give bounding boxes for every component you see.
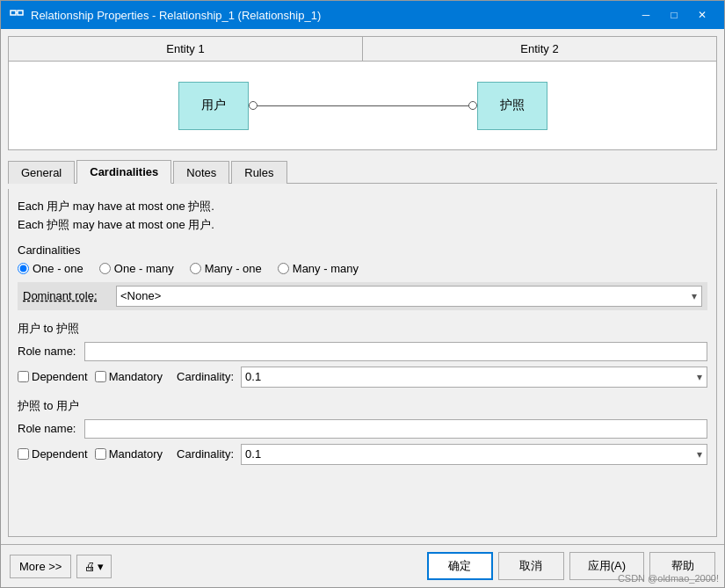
relation2-mandatory-label: Mandatory	[109, 447, 163, 461]
relation2-checkbox-row: Dependent Mandatory Cardinality: 0.1	[18, 444, 707, 465]
relation1-title: 用户 to 护照	[18, 321, 707, 337]
cancel-button[interactable]: 取消	[498, 552, 564, 580]
relation1-role-row: Role name:	[18, 342, 707, 361]
bottom-left: More >> 🖨 ▾	[10, 555, 112, 578]
relation1-dependent-label: Dependent	[32, 370, 88, 383]
cardinalities-section-label: Cardinalities	[18, 243, 707, 257]
entity2-box: 护照	[477, 82, 547, 130]
entity-diagram: 用户 护照	[9, 62, 716, 149]
watermark: CSDN @oldmao_2000!	[618, 573, 719, 584]
title-buttons: ─ □ ✕	[633, 6, 715, 24]
connector	[249, 101, 477, 110]
more-button[interactable]: More >>	[10, 555, 71, 578]
connector-line	[257, 105, 468, 106]
relation2-cardinality-select[interactable]: 0.1	[241, 444, 707, 465]
relation2-cardinality-label: Cardinality:	[177, 447, 234, 461]
dominant-role-row: Dominant role: <None>	[18, 282, 707, 310]
minimize-button[interactable]: ─	[633, 6, 659, 24]
relation1-cardinality-select-wrap[interactable]: 0.1	[241, 367, 707, 388]
tab-general[interactable]: General	[8, 161, 75, 184]
relation1-mandatory-label: Mandatory	[109, 370, 163, 383]
close-button[interactable]: ✕	[689, 6, 715, 24]
radio-many-one[interactable]: Many - one	[190, 262, 262, 275]
relation1-checkbox-row: Dependent Mandatory Cardinality: 0.1	[18, 367, 707, 388]
entity2-label: 护照	[500, 98, 525, 113]
title-bar: Relationship Properties - Relationship_1…	[1, 1, 724, 29]
relation1-section: 用户 to 护照 Role name: Dependent Mandatory …	[18, 321, 707, 388]
relation2-cardinality-select-wrap[interactable]: 0.1	[241, 444, 707, 465]
radio-one-one[interactable]: One - one	[18, 262, 83, 275]
print-button[interactable]: 🖨 ▾	[76, 555, 112, 578]
relation1-dependent-checkbox[interactable]: Dependent	[18, 370, 88, 383]
entity-header: Entity 1 Entity 2	[9, 37, 716, 62]
relation1-role-input[interactable]	[84, 342, 707, 361]
relation2-role-input[interactable]	[84, 419, 707, 439]
description-line1: Each 用户 may have at most one 护照.	[18, 198, 707, 216]
entity2-header: Entity 2	[363, 37, 716, 61]
window-title: Relationship Properties - Relationship_1…	[31, 9, 321, 22]
bottom-bar: More >> 🖨 ▾ 确定 取消 应用(A) 帮助	[1, 544, 724, 587]
entity1-box: 用户	[178, 82, 249, 130]
tab-content-cardinalities: Each 用户 may have at most one 护照. Each 护照…	[8, 189, 717, 537]
radio-one-many[interactable]: One - many	[99, 262, 174, 275]
entity1-header: Entity 1	[9, 37, 363, 61]
relation1-cardinality-select[interactable]: 0.1	[241, 367, 707, 388]
tab-cardinalities[interactable]: Cardinalities	[76, 160, 171, 184]
print-dropdown-arrow: ▾	[98, 560, 104, 573]
cardinality-radio-group: One - one One - many Many - one Many - m…	[18, 262, 707, 275]
connector-circle-left	[249, 101, 257, 110]
relation1-cardinality-label: Cardinality:	[177, 370, 234, 383]
description: Each 用户 may have at most one 护照. Each 护照…	[18, 198, 707, 235]
app-icon	[10, 8, 24, 22]
tab-rules[interactable]: Rules	[231, 161, 286, 184]
relation1-mandatory-checkbox[interactable]: Mandatory	[95, 370, 163, 383]
svg-rect-0	[11, 11, 16, 15]
dominant-role-label: Dominant role:	[23, 289, 111, 302]
relation2-title: 护照 to 用户	[18, 398, 707, 414]
radio-many-many[interactable]: Many - many	[278, 262, 359, 275]
description-line2: Each 护照 may have at most one 用户.	[18, 216, 707, 235]
title-bar-left: Relationship Properties - Relationship_1…	[10, 8, 321, 22]
entity1-label: 用户	[201, 98, 226, 113]
confirm-button[interactable]: 确定	[427, 552, 493, 580]
relation2-mandatory-checkbox[interactable]: Mandatory	[95, 447, 163, 461]
svg-rect-1	[18, 11, 23, 15]
connector-circle-right	[468, 101, 477, 110]
main-window: Relationship Properties - Relationship_1…	[0, 0, 725, 588]
relation2-role-label: Role name:	[18, 422, 79, 435]
entity-area: Entity 1 Entity 2 用户 护照	[8, 36, 717, 150]
relation2-dependent-label: Dependent	[32, 447, 88, 461]
main-content: Entity 1 Entity 2 用户 护照 General	[1, 29, 724, 544]
relation1-role-label: Role name:	[18, 345, 79, 358]
printer-icon: 🖨	[84, 560, 96, 573]
tabs-bar: General Cardinalities Notes Rules	[8, 159, 717, 184]
dominant-role-select-wrap[interactable]: <None>	[116, 286, 702, 307]
dominant-role-select[interactable]: <None>	[116, 286, 702, 307]
relation2-role-row: Role name:	[18, 419, 707, 439]
maximize-button[interactable]: □	[661, 6, 687, 24]
relation2-section: 护照 to 用户 Role name: Dependent Mandatory …	[18, 398, 707, 465]
relation2-dependent-checkbox[interactable]: Dependent	[18, 447, 88, 461]
tab-notes[interactable]: Notes	[173, 161, 229, 184]
